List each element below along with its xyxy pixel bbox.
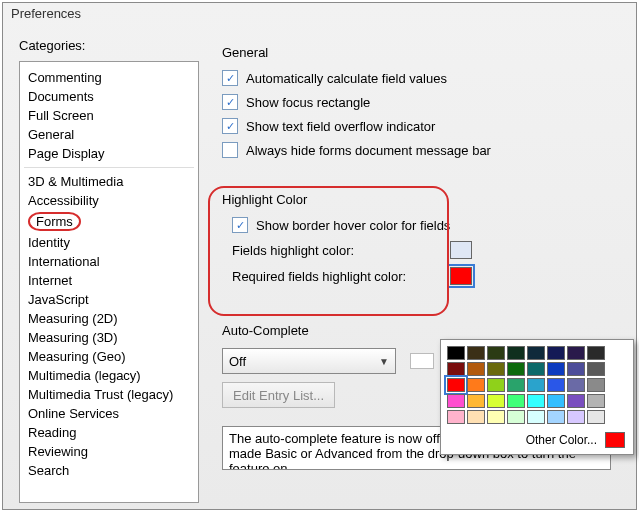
color-cell[interactable] [587,394,605,408]
category-forms[interactable]: Forms [20,210,198,233]
color-cell[interactable] [507,362,525,376]
checkbox-hide-bar[interactable] [222,142,238,158]
color-cell[interactable] [567,362,585,376]
color-cell[interactable] [487,410,505,424]
color-cell[interactable] [527,346,545,360]
preferences-window: Preferences Categories: CommentingDocume… [2,2,637,510]
color-cell[interactable] [507,378,525,392]
color-cell[interactable] [467,378,485,392]
color-cell[interactable] [547,394,565,408]
color-cell[interactable] [467,362,485,376]
dropdown-auto-complete[interactable]: Off ▼ [222,348,396,374]
swatch-required-highlight[interactable] [450,267,472,285]
color-cell[interactable] [447,410,465,424]
category-multimedia-legacy-[interactable]: Multimedia (legacy) [20,366,198,385]
category-international[interactable]: International [20,252,198,271]
color-cell[interactable] [587,378,605,392]
color-cell[interactable] [467,410,485,424]
category-internet[interactable]: Internet [20,271,198,290]
category-reading[interactable]: Reading [20,423,198,442]
category-measuring-2d-[interactable]: Measuring (2D) [20,309,198,328]
color-cell[interactable] [527,362,545,376]
dropdown-auto-complete-value: Off [229,354,246,369]
category-full-screen[interactable]: Full Screen [20,106,198,125]
color-cell[interactable] [467,346,485,360]
color-grid [447,346,627,424]
color-cell[interactable] [547,378,565,392]
category-measuring-geo-[interactable]: Measuring (Geo) [20,347,198,366]
swatch-fields-highlight[interactable] [450,241,472,259]
color-cell[interactable] [567,394,585,408]
color-cell[interactable] [447,362,465,376]
color-cell[interactable] [527,378,545,392]
category-commenting[interactable]: Commenting [20,68,198,87]
group-auto-complete-title: Auto-Complete [222,323,611,338]
color-cell[interactable] [447,378,465,392]
category-accessibility[interactable]: Accessibility [20,191,198,210]
other-color-label: Other Color... [526,433,597,447]
category-javascript[interactable]: JavaScript [20,290,198,309]
color-cell[interactable] [587,346,605,360]
left-panel: Categories: CommentingDocumentsFull Scre… [19,32,199,512]
color-cell[interactable] [547,346,565,360]
category-page-display[interactable]: Page Display [20,144,198,163]
category-3d-multimedia[interactable]: 3D & Multimedia [20,172,198,191]
color-cell[interactable] [567,410,585,424]
color-cell[interactable] [527,394,545,408]
color-cell[interactable] [567,346,585,360]
label-auto-calc: Automatically calculate field values [246,71,447,86]
group-general-title: General [222,45,611,60]
category-multimedia-trust-legacy-[interactable]: Multimedia Trust (legacy) [20,385,198,404]
color-cell[interactable] [487,362,505,376]
color-cell[interactable] [467,394,485,408]
checkbox-auto-calc[interactable] [222,70,238,86]
color-cell[interactable] [487,378,505,392]
annotation-highlight-ring [208,186,449,316]
button-edit-entry-list: Edit Entry List... [222,382,335,408]
color-cell[interactable] [547,410,565,424]
color-cell[interactable] [447,394,465,408]
color-cell[interactable] [507,410,525,424]
category-online-services[interactable]: Online Services [20,404,198,423]
categories-label: Categories: [19,38,199,53]
color-cell[interactable] [587,410,605,424]
label-overflow: Show text field overflow indicator [246,119,435,134]
color-cell[interactable] [487,346,505,360]
category-documents[interactable]: Documents [20,87,198,106]
label-focus-rect: Show focus rectangle [246,95,370,110]
color-cell[interactable] [447,346,465,360]
window-title: Preferences [3,3,636,24]
group-highlight-color: Highlight Color Show border hover color … [213,187,620,304]
category-reviewing[interactable]: Reviewing [20,442,198,461]
color-cell[interactable] [487,394,505,408]
checkbox-overflow[interactable] [222,118,238,134]
category-identity[interactable]: Identity [20,233,198,252]
category-measuring-3d-[interactable]: Measuring (3D) [20,328,198,347]
checkbox-focus-rect[interactable] [222,94,238,110]
other-color-swatch [605,432,625,448]
color-cell[interactable] [587,362,605,376]
checkbox-auto-complete-option[interactable] [410,353,434,369]
chevron-down-icon: ▼ [379,356,389,367]
category-search[interactable]: Search [20,461,198,480]
category-general[interactable]: General [20,125,198,144]
color-cell[interactable] [567,378,585,392]
label-hide-bar: Always hide forms document message bar [246,143,491,158]
other-color-row[interactable]: Other Color... [447,426,627,448]
color-cell[interactable] [507,346,525,360]
color-cell[interactable] [507,394,525,408]
color-cell[interactable] [527,410,545,424]
group-general: General Automatically calculate field va… [213,40,620,173]
color-picker-popup[interactable]: Other Color... [440,339,634,455]
categories-list[interactable]: CommentingDocumentsFull ScreenGeneralPag… [19,61,199,503]
color-cell[interactable] [547,362,565,376]
